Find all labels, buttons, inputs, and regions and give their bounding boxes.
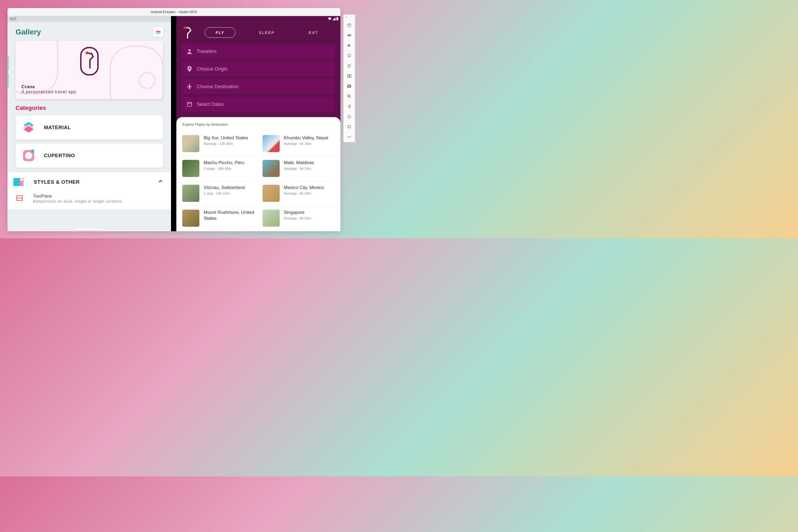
minimize-icon[interactable]: −	[351, 16, 353, 19]
flight-image	[262, 135, 280, 152]
flight-name: Mexico City, Mexico	[284, 185, 335, 191]
flight-text: Singapore Nonstop · 8h 25m	[284, 210, 335, 227]
status-time: 9:27	[10, 17, 16, 21]
svg-rect-18	[187, 102, 192, 107]
flight-item[interactable]: Mount Rushmore, United States	[182, 206, 254, 231]
svg-rect-24	[348, 54, 351, 57]
flight-image	[182, 160, 199, 177]
close-icon[interactable]: ×	[346, 16, 347, 19]
edge-tabs	[7, 56, 9, 89]
flight-name: Machu Picchu, Peru	[204, 160, 254, 166]
battery-icon	[337, 17, 338, 21]
svg-point-17	[189, 68, 190, 69]
category-label: MATERIAL	[44, 125, 71, 131]
input-destination[interactable]: Choose Destination	[182, 79, 335, 94]
flight-detail: Nonstop · 13h 30m	[204, 142, 254, 146]
back-button[interactable]	[344, 101, 355, 112]
styles-item-twopane[interactable]: TwoPane Responsive on dual, single or la…	[7, 192, 171, 209]
emulator-content: 9:27 Gallery Crane	[7, 16, 340, 231]
svg-rect-13	[337, 17, 338, 20]
home-indicator[interactable]	[187, 229, 214, 230]
input-travelers[interactable]: Travelers	[182, 44, 335, 59]
flight-item[interactable]: Mexico City, Mexico Nonstop · 5h 24m	[262, 181, 335, 206]
volume-up-button[interactable]	[344, 30, 355, 40]
flight-text: Khumbu Valley, Nepal Nonstop · 5h 16m	[284, 135, 335, 152]
svg-point-4	[85, 52, 89, 54]
svg-rect-25	[348, 64, 351, 68]
flight-text: Vitznau, Switzerland 1 stop · 14h 12m	[204, 185, 254, 202]
crane-card-title: Crane	[21, 84, 157, 90]
input-dates[interactable]: Select Dates	[182, 97, 335, 112]
flight-item[interactable]: Malé, Maldives Nonstop · 8h 24m	[262, 156, 335, 181]
flight-item[interactable]: Vitznau, Switzerland 1 stop · 14h 12m	[182, 181, 254, 206]
settings-toggle[interactable]	[153, 27, 163, 37]
flight-name: Singapore	[284, 210, 335, 215]
styles-item-subtitle: Responsive on dual, single or larger scr…	[33, 199, 122, 204]
flight-text: Mount Rushmore, United States	[204, 210, 254, 227]
svg-rect-8	[13, 178, 20, 186]
rotate-left-button[interactable]	[344, 51, 355, 61]
emulator-toolbar: × −	[343, 15, 355, 142]
rotate-right-button[interactable]	[344, 61, 355, 71]
home-button[interactable]	[344, 112, 355, 122]
toolbar-header: × −	[344, 15, 355, 20]
flight-item[interactable]: Big Sur, United States Nonstop · 13h 30m	[182, 131, 254, 156]
power-button[interactable]	[344, 20, 355, 30]
crane-logo-icon[interactable]	[182, 26, 193, 39]
material-icon	[21, 120, 36, 135]
flights-grid: Big Sur, United States Nonstop · 13h 30m…	[182, 131, 334, 231]
svg-rect-27	[349, 75, 351, 78]
split-divider[interactable]	[171, 16, 176, 231]
flight-detail: Nonstop · 8h 25m	[284, 216, 335, 220]
emulator-window: Android Emulator - <build>:5575 9:27 Gal…	[7, 8, 340, 231]
flight-detail: Nonstop · 5h 24m	[284, 191, 335, 195]
input-origin[interactable]: Choose Origin	[182, 61, 335, 76]
volume-down-button[interactable]	[344, 40, 355, 51]
gallery-header: Gallery	[7, 22, 171, 41]
category-cupertino[interactable]: CUPERTINO	[16, 144, 163, 168]
flights-title: Explore Flights by Destination	[182, 122, 334, 127]
flight-item[interactable]: Machu Picchu, Peru 2 stops · 19h 40m	[182, 156, 254, 181]
flight-name: Mount Rushmore, United States	[204, 210, 254, 221]
cupertino-icon	[21, 148, 36, 163]
input-label: Select Dates	[197, 101, 224, 107]
flight-item[interactable]: Khumbu Valley, Nepal Nonstop · 5h 16m	[262, 131, 335, 156]
flight-item[interactable]: Singapore Nonstop · 8h 25m	[262, 206, 335, 231]
crane-card[interactable]: Crane A personalized travel app	[16, 41, 163, 99]
window-title-bar: Android Emulator - <build>:5575	[7, 8, 340, 16]
crane-logo-icon	[80, 46, 99, 77]
svg-point-7	[31, 149, 34, 153]
svg-point-37	[348, 137, 348, 137]
edge-tab[interactable]	[7, 73, 9, 88]
overview-button[interactable]	[344, 122, 355, 132]
svg-rect-30	[348, 84, 350, 85]
tab-fly[interactable]: FLY	[205, 27, 235, 38]
svg-point-38	[349, 137, 350, 137]
flight-image	[182, 210, 199, 227]
categories-title: Categories	[7, 104, 171, 115]
flight-image	[262, 210, 280, 227]
svg-rect-14	[337, 17, 338, 18]
flight-name: Big Sur, United States	[204, 135, 254, 141]
svg-point-29	[348, 86, 350, 87]
fold-button[interactable]	[344, 71, 355, 81]
tab-eat[interactable]: EAT	[298, 27, 329, 37]
zoom-button[interactable]	[344, 91, 355, 101]
more-button[interactable]	[344, 132, 355, 142]
input-label: Travelers	[197, 49, 217, 54]
tab-sleep[interactable]: SLEEP	[248, 27, 285, 37]
tab-group: FLY SLEEP EAT	[196, 27, 335, 38]
flight-image	[262, 160, 280, 177]
home-indicator[interactable]	[76, 229, 103, 230]
styles-label: STYLES & OTHER	[34, 179, 152, 185]
flight-image	[182, 135, 199, 152]
signal-icon	[332, 17, 335, 21]
category-material[interactable]: MATERIAL	[16, 115, 163, 139]
flight-text: Big Sur, United States Nonstop · 13h 30m	[204, 135, 254, 152]
flights-panel: Explore Flights by Destination Big Sur, …	[176, 117, 340, 231]
styles-header[interactable]: STYLES & OTHER	[7, 172, 171, 192]
screenshot-button[interactable]	[344, 81, 355, 91]
flight-detail: Nonstop · 5h 16m	[284, 142, 335, 146]
crane-card-subtitle: A personalized travel app	[21, 90, 157, 94]
edge-tab[interactable]	[7, 56, 9, 71]
